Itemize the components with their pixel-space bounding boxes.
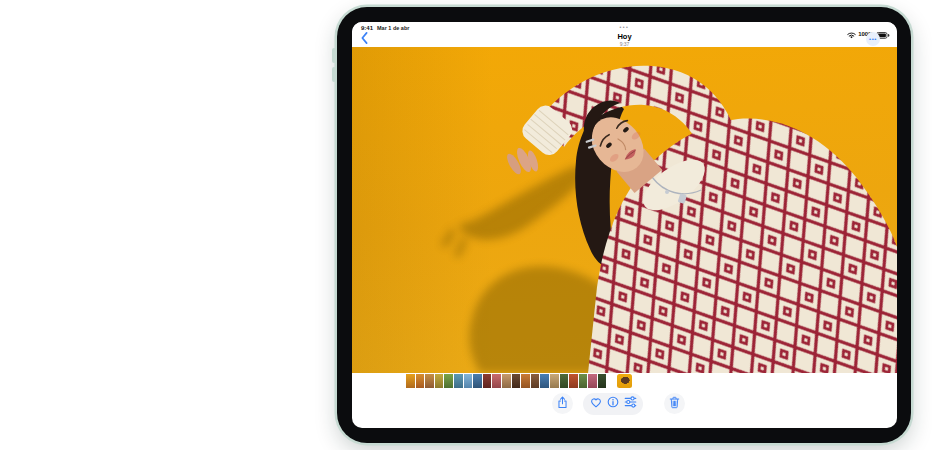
favorite-button[interactable] [589,397,603,411]
share-button[interactable] [552,393,573,414]
photo-viewer[interactable] [352,47,897,373]
page-subtitle: 9:37 [352,41,897,47]
filmstrip-thumbnail[interactable] [531,374,540,388]
filmstrip-thumbnail[interactable] [540,374,549,388]
filmstrip-thumbnail[interactable] [483,374,492,388]
multitask-indicator: ••• [352,24,897,30]
info-button[interactable] [606,397,620,411]
filmstrip-thumbnail[interactable] [512,374,521,388]
nav-title-block: Hoy 9:37 [352,33,897,47]
info-icon [607,396,619,411]
page-title: Hoy [352,33,897,41]
filmstrip-thumbnail[interactable] [492,374,501,388]
volume-down-button [332,67,336,82]
filmstrip-selected-wrap [612,374,632,388]
filmstrip-thumbnail[interactable] [473,374,482,388]
wifi-icon [847,25,856,43]
filmstrip-thumbnail[interactable] [406,374,415,388]
filmstrip-thumbnail[interactable] [550,374,559,388]
heart-icon [590,396,602,411]
share-icon [557,396,568,412]
filmstrip-thumbnail[interactable] [464,374,473,388]
ellipsis-icon: ••• [869,36,877,42]
filmstrip-thumbnail[interactable] [502,374,511,388]
filmstrip-thumbnail[interactable] [435,374,444,388]
filmstrip-thumbnail[interactable] [598,374,607,388]
filmstrip-thumbnail[interactable] [579,374,588,388]
volume-up-button [332,48,336,63]
ipad-screen: 9:41 Mar 1 de abr ••• 100% [352,22,897,428]
chevron-left-icon [361,32,368,47]
trash-icon [669,396,680,412]
filmstrip-thumbnail[interactable] [416,374,425,388]
filmstrip-thumbnail[interactable] [454,374,463,388]
delete-button[interactable] [664,393,685,414]
filmstrip-thumbnail[interactable] [425,374,434,388]
filmstrip-thumbnail[interactable] [569,374,578,388]
filmstrip-thumbnail[interactable] [444,374,453,388]
more-options-button[interactable]: ••• [866,32,880,46]
back-button[interactable] [358,33,370,45]
ipad-device-frame: 9:41 Mar 1 de abr ••• 100% [337,7,911,443]
top-bar: 9:41 Mar 1 de abr ••• 100% [352,22,897,47]
filmstrip-thumbnails [406,374,607,388]
filmstrip-thumbnail[interactable] [588,374,597,388]
filmstrip-thumbnail[interactable] [560,374,569,388]
action-pill [583,393,643,415]
filmstrip-thumbnail-selected[interactable] [617,374,632,388]
sliders-icon [624,396,637,411]
filmstrip-thumbnail[interactable] [521,374,530,388]
adjust-button[interactable] [623,397,637,411]
